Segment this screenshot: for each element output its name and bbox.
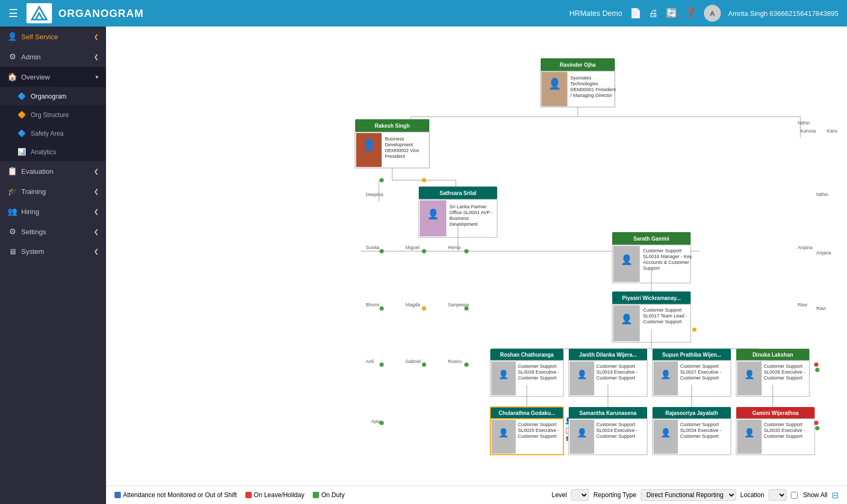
svg-text:Deepika: Deepika xyxy=(366,192,383,197)
sidebar-item-organogram[interactable]: 🔷 Organogram xyxy=(0,87,106,105)
svg-text:👤: 👤 xyxy=(621,313,633,325)
chevron-icon: ❮ xyxy=(94,228,99,235)
sidebar-item-admin[interactable]: ⚙ Admin ❮ xyxy=(0,47,106,67)
svg-text:👤: 👤 xyxy=(498,428,509,438)
svg-text:Hema: Hema xyxy=(448,245,461,250)
svg-text:Rusiru: Rusiru xyxy=(448,359,462,364)
overview-submenu: 🔷 Organogram 🔶 Org Structure 🔷 Safety Ar… xyxy=(0,87,106,161)
svg-text:DEM00002 Vice: DEM00002 Vice xyxy=(385,148,419,153)
chevron-icon: ❮ xyxy=(94,248,99,255)
svg-text:Rajasooriya Jayalath: Rajasooriya Jayalath xyxy=(665,410,718,416)
svg-text:Sathsara Srilal: Sathsara Srilal xyxy=(439,190,477,196)
sidebar-item-training[interactable]: 🎓 Training ❮ xyxy=(0,181,106,201)
sidebar-item-settings[interactable]: ⚙ Settings ❮ xyxy=(0,222,106,242)
app-logo xyxy=(27,3,52,23)
svg-point-146 xyxy=(380,178,384,182)
svg-text:Support: Support xyxy=(643,266,660,271)
sidebar-item-system[interactable]: 🖥 System ❮ xyxy=(0,242,106,261)
svg-text:SL0033 Executive -: SL0033 Executive - xyxy=(764,428,805,433)
level-label: Level xyxy=(552,491,567,499)
svg-text:👤: 👤 xyxy=(498,369,509,379)
svg-text:Office SL0001 AVP -: Office SL0001 AVP - xyxy=(449,210,493,215)
svg-text:👤: 👤 xyxy=(660,369,671,379)
node-rakesh[interactable]: Rakesh Singh 👤 Business Development DEM0… xyxy=(355,119,429,168)
chevron-down-icon: ▾ xyxy=(95,74,99,81)
svg-text:Bhumi: Bhumi xyxy=(366,302,380,307)
doc-icon[interactable]: 📄 xyxy=(630,7,641,19)
sidebar-item-analytics[interactable]: 📊 Analytics xyxy=(0,143,106,161)
svg-point-158 xyxy=(814,362,818,367)
menu-icon[interactable]: ☰ xyxy=(8,7,18,20)
svg-text:Development: Development xyxy=(385,142,413,147)
node-sarath[interactable]: Sarath Gamini 👤 Customer Support SL0016 … xyxy=(612,232,692,283)
duty-label: On Duty xyxy=(321,491,345,499)
refresh-icon[interactable]: 🔄 xyxy=(666,7,677,19)
svg-text:Sysmates: Sysmates xyxy=(570,75,592,81)
svg-text:Customer Support: Customer Support xyxy=(680,434,719,439)
svg-text:Customer Support: Customer Support xyxy=(680,364,719,369)
svg-text:Customer Support: Customer Support xyxy=(596,434,636,439)
svg-text:Miguel: Miguel xyxy=(405,245,420,250)
svg-text:Karuna: Karuna xyxy=(800,128,816,134)
svg-text:Anjana: Anjana xyxy=(816,250,831,255)
attendance-dot xyxy=(114,492,121,498)
attendance-label: Attendance not Monitored or Out of Shift xyxy=(123,491,237,499)
level-select[interactable] xyxy=(571,489,589,501)
svg-text:Gamini Wijerathna: Gamini Wijerathna xyxy=(752,410,799,416)
svg-text:Sunita: Sunita xyxy=(366,245,380,250)
chevron-icon: ❮ xyxy=(94,188,99,195)
bottom-controls: Level Reporting Type Direct Functional R… xyxy=(552,489,839,501)
svg-point-153 xyxy=(464,306,469,311)
svg-text:👤: 👤 xyxy=(577,428,587,438)
sidebar-item-org-structure[interactable]: 🔶 Org Structure xyxy=(0,105,106,124)
svg-text:SL0028 Executive -: SL0028 Executive - xyxy=(518,369,559,375)
svg-text:Customer Support: Customer Support xyxy=(764,434,803,439)
help-icon[interactable]: ❓ xyxy=(685,7,696,19)
svg-text:Customer Support: Customer Support xyxy=(764,422,803,427)
sidebar-item-evaluation[interactable]: 📋 Evaluation ❮ xyxy=(0,161,106,181)
print-icon[interactable]: 🖨 xyxy=(649,8,658,19)
chevron-icon: ❮ xyxy=(94,33,99,40)
admin-icon: ⚙ xyxy=(7,52,17,61)
analytics-icon: 📊 xyxy=(17,148,27,156)
sidebar-item-overview[interactable]: 🏠 Overview ▾ xyxy=(0,67,106,87)
sidebar-item-self-service[interactable]: 👤 Self Service ❮ xyxy=(0,26,106,47)
svg-text:SL0019 Executive -: SL0019 Executive - xyxy=(596,369,638,375)
svg-text:Customer Support: Customer Support xyxy=(518,422,557,427)
sidebar-item-hiring[interactable]: 👥 Hiring ❮ xyxy=(0,201,106,222)
svg-text:Customer Support: Customer Support xyxy=(596,375,636,381)
svg-point-155 xyxy=(380,362,384,367)
evaluation-icon: 📋 xyxy=(7,166,17,176)
svg-text:Anil: Anil xyxy=(366,359,374,364)
sidebar-item-safety-area[interactable]: 🔷 Safety Area xyxy=(0,124,106,143)
main-layout: 👤 Self Service ❮ ⚙ Admin ❮ 🏠 Overview ▾ … xyxy=(0,26,847,504)
svg-text:👤: 👤 xyxy=(744,369,755,379)
svg-text:👤: 👤 xyxy=(548,77,561,90)
page-title: ORGANOGRAM xyxy=(58,7,144,20)
node-samantha[interactable]: Samantha Karunasena 👤 Customer Support S… xyxy=(569,407,647,455)
organogram-canvas[interactable]: .node-header-green { fill: #2e7d32; } .n… xyxy=(106,26,847,485)
show-all-checkbox[interactable] xyxy=(791,492,798,499)
legend-leave: On Leave/Holiday xyxy=(245,491,304,499)
svg-text:Samantha Karunasena: Samantha Karunasena xyxy=(579,410,637,416)
node-gamini[interactable]: Gamini Wijerathna 👤 Customer Support SL0… xyxy=(736,407,815,455)
node-chularathna[interactable]: Chularathna Godaku... 👤 Customer Support… xyxy=(490,407,572,455)
svg-point-157 xyxy=(464,362,469,367)
hiring-icon: 👥 xyxy=(7,207,17,216)
svg-text:Business: Business xyxy=(385,136,404,142)
node-rajasooriya[interactable]: Rajasooriya Jayalath 👤 Customer Support … xyxy=(652,407,731,455)
svg-text:Customer Support: Customer Support xyxy=(518,375,557,381)
svg-text:SL0024 Executive -: SL0024 Executive - xyxy=(596,428,638,433)
svg-text:Ravinder Ojha: Ravinder Ojha xyxy=(560,62,596,68)
duty-dot xyxy=(313,492,319,498)
svg-text:👤: 👤 xyxy=(427,208,439,220)
topnav-right: HRMates Demo 📄 🖨 🔄 ❓ A Amrita Singh 6366… xyxy=(569,5,839,22)
svg-text:Dinuka Lakshan: Dinuka Lakshan xyxy=(753,352,793,358)
filter-icon[interactable]: ⊟ xyxy=(832,490,839,500)
location-select[interactable] xyxy=(769,489,787,501)
chevron-icon: ❮ xyxy=(94,208,99,215)
svg-text:Development: Development xyxy=(449,222,478,227)
svg-point-147 xyxy=(422,178,426,182)
reporting-type-select[interactable]: Direct Functional Reporting xyxy=(641,489,736,501)
node-ravinder[interactable]: Ravinder Ojha 👤 Sysmates Technologies DE… xyxy=(541,58,616,107)
